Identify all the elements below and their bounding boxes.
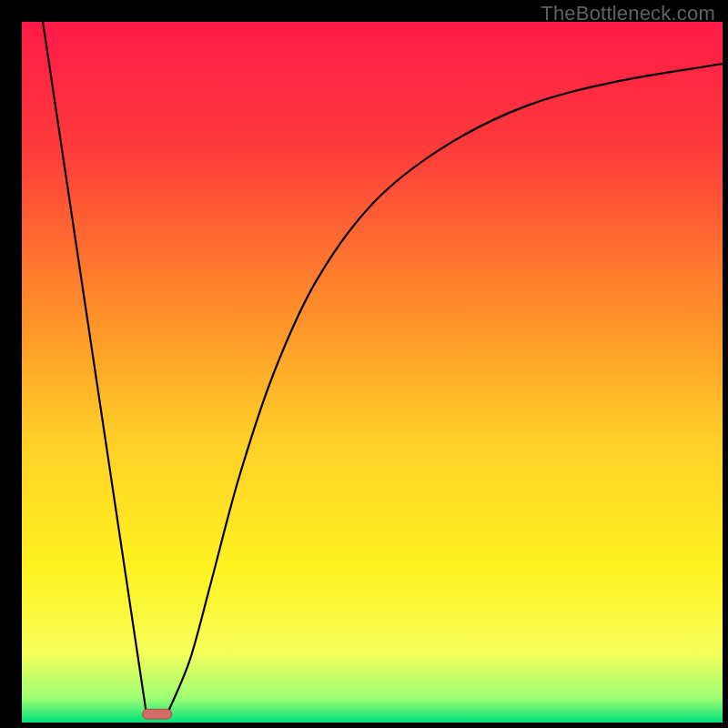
- watermark-label: TheBottleneck.com: [541, 2, 715, 25]
- chart-svg: [22, 22, 723, 723]
- plot-area: [22, 22, 723, 723]
- bottleneck-marker: [142, 709, 171, 719]
- chart-frame: TheBottleneck.com: [0, 0, 728, 728]
- gradient-background: [22, 22, 723, 723]
